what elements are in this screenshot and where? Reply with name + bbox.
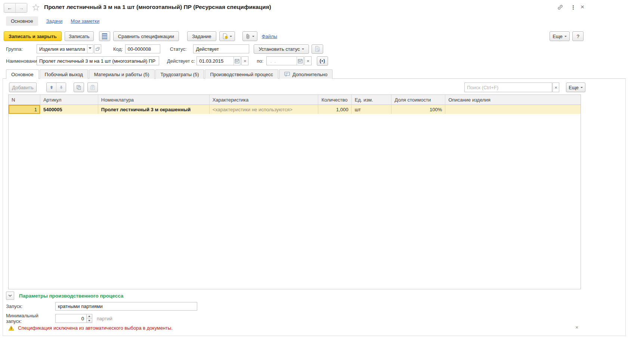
valid-from-clear-button[interactable]: × bbox=[241, 56, 248, 65]
grid-more-button[interactable]: Еще bbox=[566, 83, 585, 92]
tab-production-process[interactable]: Производственный процесс bbox=[205, 69, 278, 79]
valid-from-label: Действует с: bbox=[167, 58, 195, 64]
group-input[interactable] bbox=[37, 45, 87, 53]
attachments-button[interactable] bbox=[242, 31, 257, 41]
min-launch-input[interactable] bbox=[55, 314, 87, 323]
column-header-unit[interactable]: Ед. изм. bbox=[352, 95, 392, 105]
group-dropdown-button[interactable] bbox=[87, 45, 93, 53]
group-open-button[interactable] bbox=[94, 44, 101, 53]
launch-input[interactable] bbox=[55, 302, 197, 311]
form-more-button[interactable]: Еще bbox=[550, 31, 570, 41]
compare-label: Сравнить спецификации bbox=[118, 34, 174, 39]
paperclip-icon bbox=[245, 33, 250, 39]
column-header-characteristic[interactable]: Характеристика bbox=[210, 95, 319, 105]
name-input[interactable] bbox=[37, 56, 159, 65]
warning-close-button[interactable]: × bbox=[575, 324, 578, 330]
tab-materials[interactable]: Материалы и работы (5) bbox=[89, 69, 155, 79]
status-input[interactable] bbox=[193, 44, 249, 53]
search-input[interactable] bbox=[465, 83, 552, 92]
nav-item-main[interactable]: Основное bbox=[6, 16, 38, 26]
column-header-cost-share[interactable]: Доля стоимости bbox=[392, 95, 445, 105]
process-params-title: Параметры производственного процесса bbox=[19, 293, 123, 299]
clear-icon: × bbox=[307, 59, 310, 63]
nav-item-tasks[interactable]: Задачи bbox=[46, 18, 63, 24]
calendar-icon bbox=[298, 59, 303, 63]
save-close-button[interactable]: Записать и закрыть bbox=[4, 31, 62, 41]
code-input[interactable] bbox=[125, 44, 160, 53]
forward-button[interactable]: → bbox=[16, 3, 27, 12]
cell-quantity[interactable]: 1,000 bbox=[318, 105, 352, 114]
name-label: Наименование: bbox=[6, 58, 37, 64]
column-header-description[interactable]: Описание изделия bbox=[445, 95, 581, 105]
move-down-button[interactable] bbox=[56, 83, 66, 92]
cell-article[interactable]: 5400005 bbox=[40, 105, 98, 114]
cell-characteristic[interactable]: <характеристики не используются> bbox=[210, 105, 319, 114]
cell-n[interactable]: 1 bbox=[9, 105, 40, 114]
more-label: Еще bbox=[553, 34, 562, 39]
save-close-label: Записать и закрыть bbox=[9, 34, 57, 39]
move-up-button[interactable] bbox=[47, 83, 56, 92]
help-button[interactable]: ? bbox=[572, 31, 584, 41]
search-clear-button[interactable]: × bbox=[553, 83, 559, 92]
collapse-section-button[interactable] bbox=[6, 292, 14, 300]
add-row-button[interactable]: Добавить bbox=[9, 83, 37, 92]
task-label: Задание bbox=[192, 34, 211, 39]
create-based-on-button[interactable] bbox=[219, 31, 235, 41]
structure-report-button[interactable] bbox=[99, 31, 110, 41]
column-header-quantity[interactable]: Количество bbox=[318, 95, 352, 105]
column-header-n[interactable]: N bbox=[9, 95, 40, 105]
cell-description[interactable] bbox=[445, 105, 581, 114]
set-status-button[interactable]: Установить статус bbox=[254, 44, 309, 54]
column-header-nomenclature[interactable]: Номенклатура bbox=[98, 95, 210, 105]
code-label: Код: bbox=[113, 46, 123, 52]
paste-row-button[interactable] bbox=[87, 83, 98, 92]
task-button[interactable]: Задание bbox=[187, 31, 216, 41]
compare-specs-button[interactable]: Сравнить спецификации bbox=[113, 31, 179, 41]
valid-from-field bbox=[197, 56, 241, 65]
valid-to-label: по: bbox=[257, 58, 263, 64]
nav-item-notes[interactable]: Мои заметки bbox=[71, 18, 99, 24]
status-history-button[interactable] bbox=[312, 44, 323, 54]
min-launch-units: партий bbox=[97, 316, 112, 321]
resource-specification-window: ← → Пролет лестничный 3 м на 1 шт (много… bbox=[0, 0, 628, 364]
copy-link-button[interactable] bbox=[557, 4, 564, 12]
copy-row-button[interactable] bbox=[74, 83, 84, 92]
help-label: ? bbox=[576, 34, 579, 39]
table-row[interactable]: 1 5400005 Пролет лестничный 3 м окрашенн… bbox=[9, 105, 581, 114]
copy-icon bbox=[77, 85, 81, 90]
valid-from-calendar-button[interactable] bbox=[233, 57, 240, 65]
chevron-down-icon bbox=[89, 47, 92, 50]
valid-to-field bbox=[266, 56, 304, 65]
stepper-down-button[interactable] bbox=[87, 319, 92, 323]
period-button[interactable]: (•) bbox=[317, 56, 328, 66]
tab-labor[interactable]: Трудозатраты (5) bbox=[155, 69, 204, 79]
close-window-button[interactable]: × bbox=[581, 4, 584, 10]
add-label: Добавить bbox=[12, 85, 33, 90]
save-button[interactable]: Записать bbox=[65, 31, 94, 41]
column-header-article[interactable]: Артикул bbox=[40, 95, 98, 105]
open-icon bbox=[96, 47, 100, 51]
set-status-label: Установить статус bbox=[259, 46, 300, 52]
valid-to-calendar-button[interactable] bbox=[297, 57, 303, 65]
window-menu-button[interactable]: ⋮ bbox=[570, 4, 576, 10]
valid-from-input[interactable] bbox=[197, 57, 233, 65]
cell-cost-share[interactable]: 100% bbox=[392, 105, 445, 114]
valid-to-clear-button[interactable]: × bbox=[304, 56, 312, 65]
dropdown-caret bbox=[302, 49, 304, 51]
dropdown-caret bbox=[564, 36, 567, 38]
link-icon bbox=[557, 4, 564, 11]
cell-nomenclature[interactable]: Пролет лестничный 3 м окрашенный bbox=[98, 105, 210, 114]
files-link[interactable]: Файлы bbox=[262, 34, 277, 39]
calendar-icon bbox=[235, 59, 239, 63]
tab-byproduct[interactable]: Побочный выход bbox=[40, 69, 88, 79]
cell-unit[interactable]: шт bbox=[352, 105, 392, 114]
back-button[interactable]: ← bbox=[4, 3, 16, 12]
tab-main[interactable]: Основное bbox=[6, 69, 39, 79]
favorite-star-button[interactable] bbox=[32, 4, 40, 12]
valid-to-input[interactable] bbox=[267, 57, 297, 65]
tab-label: Основное bbox=[11, 72, 34, 77]
stepper-up-button[interactable] bbox=[87, 314, 92, 319]
tab-additional[interactable]: Дополнительно bbox=[279, 69, 333, 79]
new-document-icon bbox=[222, 33, 228, 39]
report-icon bbox=[102, 33, 107, 40]
